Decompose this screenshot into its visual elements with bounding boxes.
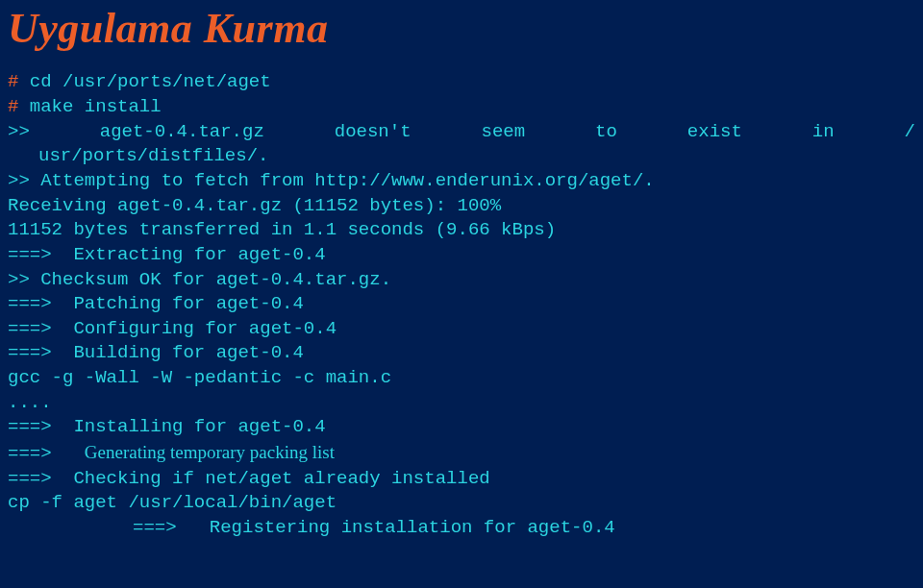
terminal-line: cp -f aget /usr/local/bin/aget [8, 491, 915, 516]
terminal-line: ===> Extracting for aget-0.4 [8, 243, 915, 268]
terminal-line: ===> Patching for aget-0.4 [8, 292, 915, 317]
output-text: in [812, 120, 835, 145]
terminal-line: # make install [8, 95, 915, 120]
output-text: ===> Registering installation for aget-0… [133, 517, 615, 538]
terminal-line: ===> Registering installation for aget-0… [133, 516, 915, 541]
output-text: >> Attempting to fetch from http://www.e… [8, 170, 655, 191]
terminal-line: >> Attempting to fetch from http://www.e… [8, 169, 915, 194]
terminal-line: ===> Checking if net/aget already instal… [8, 467, 915, 492]
terminal-line: 11152 bytes transferred in 1.1 seconds (… [8, 218, 915, 243]
terminal-line: >> aget-0.4.tar.gz doesn't seem to exist… [8, 120, 915, 145]
terminal-line: >> Checksum OK for aget-0.4.tar.gz. [8, 268, 915, 293]
output-text: cp -f aget /usr/local/bin/aget [8, 492, 337, 513]
output-text: 11152 bytes transferred in 1.1 seconds (… [8, 219, 556, 240]
output-text: ===> Checking if net/aget already instal… [8, 468, 490, 489]
terminal-line: usr/ports/distfiles/. [38, 144, 915, 169]
output-text: Generating temporary packing list [85, 442, 335, 462]
output-text: ===> Installing for aget-0.4 [8, 416, 326, 437]
terminal-line: # cd /usr/ports/net/aget [8, 70, 915, 95]
terminal-line: ===> Configuring for aget-0.4 [8, 317, 915, 342]
page-title: Uygulama Kurma [8, 0, 915, 57]
output-text: >> [8, 120, 30, 145]
output-text: aget-0.4.tar.gz [100, 120, 264, 145]
terminal-line: ===> Generating temporary packing list [8, 440, 915, 467]
output-text: doesn't [335, 120, 412, 145]
command: make install [30, 96, 162, 117]
output-text: Receiving aget-0.4.tar.gz (11152 bytes):… [8, 195, 501, 216]
output-text: ===> Configuring for aget-0.4 [8, 318, 337, 339]
command: cd /usr/ports/net/aget [30, 71, 271, 92]
output-text: seem [482, 120, 526, 145]
output-text: exist [687, 120, 742, 145]
output-text: ===> Extracting for aget-0.4 [8, 244, 326, 265]
terminal-line: ===> Building for aget-0.4 [8, 341, 915, 366]
output-text: usr/ports/distfiles/. [38, 145, 268, 166]
prompt: # [8, 71, 30, 92]
output-text: ===> Building for aget-0.4 [8, 342, 304, 363]
output-text: / [905, 120, 915, 145]
terminal-line: .... [8, 391, 915, 416]
terminal-line: Receiving aget-0.4.tar.gz (11152 bytes):… [8, 194, 915, 219]
output-text: to [595, 120, 617, 145]
output-text: .... [8, 392, 52, 413]
output-text: ===> [8, 443, 85, 464]
output-text: ===> Patching for aget-0.4 [8, 293, 304, 314]
output-text: gcc -g -Wall -W -pedantic -c main.c [8, 367, 391, 388]
output-text: >> Checksum OK for aget-0.4.tar.gz. [8, 269, 391, 290]
prompt: # [8, 96, 30, 117]
terminal-line: ===> Installing for aget-0.4 [8, 415, 915, 440]
terminal-line: gcc -g -Wall -W -pedantic -c main.c [8, 366, 915, 391]
